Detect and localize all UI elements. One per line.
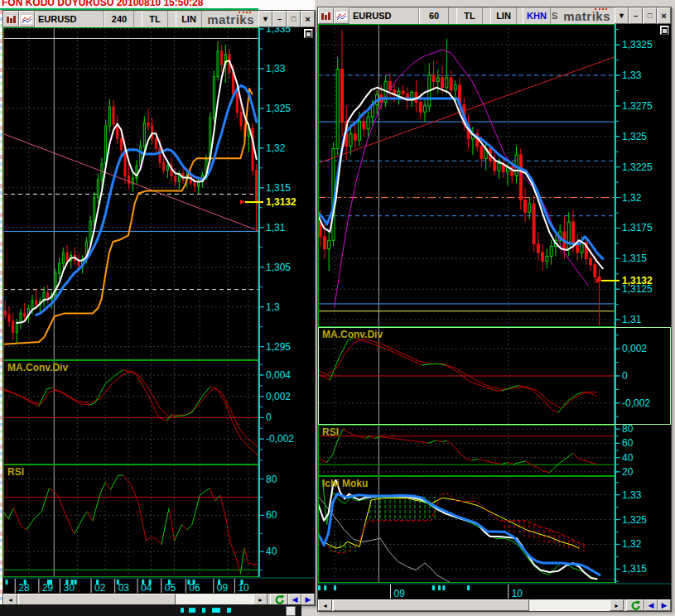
svg-text:04: 04 bbox=[141, 582, 152, 594]
refresh-button[interactable] bbox=[626, 599, 644, 611]
close-button[interactable]: × bbox=[657, 7, 671, 24]
panel-restore-button[interactable] bbox=[660, 26, 669, 35]
page-right-button[interactable]: ▶ bbox=[301, 594, 315, 605]
h-scrollbar[interactable]: ◄ ► ◀ ▶ bbox=[318, 599, 671, 611]
svg-text:Ichi Moku: Ichi Moku bbox=[322, 478, 368, 489]
svg-text:1,325: 1,325 bbox=[622, 131, 647, 142]
svg-text:1,3175: 1,3175 bbox=[622, 222, 653, 233]
svg-text:1,315: 1,315 bbox=[266, 182, 291, 194]
svg-text:1,3275: 1,3275 bbox=[622, 100, 653, 112]
svg-text:1,32: 1,32 bbox=[622, 538, 642, 550]
bar-chart-icon[interactable] bbox=[318, 7, 334, 24]
svg-text:1,31: 1,31 bbox=[622, 314, 642, 325]
macd-panel[interactable]: 0,0020-0,002MA.Conv.Div bbox=[318, 327, 671, 425]
svg-text:1,33: 1,33 bbox=[622, 489, 642, 501]
period-field[interactable]: 240 bbox=[104, 11, 134, 27]
news-ticker: FON KODU DUYURUSU 20100810 15:50:28 bbox=[0, 0, 315, 10]
svg-text:1,3: 1,3 bbox=[266, 301, 280, 313]
maximize-button[interactable]: □ bbox=[287, 11, 301, 27]
svg-text:10: 10 bbox=[512, 588, 523, 599]
svg-text:20: 20 bbox=[622, 466, 634, 476]
refresh-button[interactable] bbox=[270, 594, 288, 605]
price-type-button[interactable]: TL bbox=[142, 11, 168, 27]
svg-text:29: 29 bbox=[42, 582, 54, 594]
svg-text:06: 06 bbox=[189, 582, 200, 594]
svg-text:05: 05 bbox=[165, 582, 176, 594]
svg-text:1,31: 1,31 bbox=[266, 222, 286, 233]
close-button[interactable]: × bbox=[301, 11, 315, 27]
scrollbar-thumb[interactable] bbox=[18, 594, 176, 605]
logo-dots bbox=[239, 12, 251, 13]
bar-chart-icon[interactable] bbox=[3, 11, 19, 27]
symbol-field[interactable]: EURUSD bbox=[350, 7, 419, 24]
titlebar[interactable]: EURUSD 240 TL LIN matriks ▼ – □ × bbox=[3, 11, 315, 27]
svg-text:-0,002: -0,002 bbox=[266, 433, 294, 445]
svg-text:80: 80 bbox=[622, 425, 634, 435]
svg-text:09: 09 bbox=[394, 588, 406, 599]
svg-text:0: 0 bbox=[266, 411, 272, 423]
scale-button[interactable]: LIN bbox=[490, 7, 517, 24]
rsi-panel[interactable]: 80604020RSI bbox=[318, 425, 671, 476]
scroll-left-button[interactable]: ◄ bbox=[318, 599, 332, 611]
svg-text:1,295: 1,295 bbox=[266, 341, 291, 353]
svg-text:1,3225: 1,3225 bbox=[622, 161, 653, 173]
matriks-logo: matriks bbox=[202, 11, 258, 27]
ichimoku-panel[interactable]: 1,331,3251,321,315Ichi Moku bbox=[318, 476, 671, 583]
scrollbar-track[interactable] bbox=[17, 594, 253, 605]
line-chart-icon[interactable] bbox=[334, 7, 350, 24]
timeline[interactable]: 28293002030405060910 bbox=[3, 577, 315, 594]
chart-window-eurusd-240: EURUSD 240 TL LIN matriks ▼ – □ × 1,3351… bbox=[2, 10, 316, 606]
svg-text:1,325: 1,325 bbox=[266, 103, 291, 114]
scale-button[interactable]: LIN bbox=[176, 11, 202, 27]
svg-text:1,335: 1,335 bbox=[266, 27, 291, 35]
svg-text:MA.Conv.Div: MA.Conv.Div bbox=[322, 329, 383, 340]
scrollbar-track[interactable] bbox=[332, 599, 610, 611]
price-chart-panel[interactable]: 1,3351,331,3251,321,3151,311,3051,31,295… bbox=[3, 27, 315, 360]
macd-panel[interactable]: 0,0040,0020-0,002MA.Conv.Div bbox=[3, 360, 315, 464]
chart-menu-button[interactable]: ▼ bbox=[615, 7, 629, 24]
symbol-field[interactable]: EURUSD bbox=[35, 11, 104, 27]
panel-restore-button[interactable] bbox=[304, 29, 313, 38]
svg-text:1,32: 1,32 bbox=[622, 192, 642, 204]
svg-text:RSI: RSI bbox=[322, 426, 339, 438]
scroll-right-button[interactable]: ► bbox=[253, 594, 268, 605]
matriks-logo: matriks bbox=[558, 7, 615, 24]
minimize-button[interactable]: – bbox=[272, 11, 287, 27]
chart-stack: 1,33251,331,32751,3251,32251,321,31751,3… bbox=[318, 24, 671, 583]
period-field[interactable]: 60 bbox=[419, 7, 449, 24]
svg-text:1,315: 1,315 bbox=[622, 563, 647, 575]
maximize-button[interactable]: □ bbox=[643, 7, 657, 24]
page-left-button[interactable]: ◀ bbox=[288, 594, 301, 605]
price-type-button[interactable]: TL bbox=[456, 7, 483, 24]
scroll-right-button[interactable]: ► bbox=[610, 599, 624, 611]
titlebar[interactable]: EURUSD 60 TL LIN KHN S matriks ▼ – □ × bbox=[318, 7, 671, 24]
svg-text:-0,002: -0,002 bbox=[622, 397, 650, 409]
refresh-icon bbox=[274, 594, 285, 605]
svg-text:1,33: 1,33 bbox=[622, 70, 642, 81]
price-chart-panel[interactable]: 1,33251,331,32751,3251,32251,321,31751,3… bbox=[318, 24, 671, 327]
svg-text:40: 40 bbox=[622, 452, 634, 464]
ticker-text: FON KODU DUYURUSU 20100810 15:50:28 bbox=[2, 0, 203, 8]
partial-label: S bbox=[551, 7, 558, 24]
svg-text:0,004: 0,004 bbox=[266, 369, 291, 381]
rsi-panel[interactable]: 806040RSI bbox=[3, 464, 315, 577]
page-right-button[interactable]: ▶ bbox=[658, 599, 671, 611]
scroll-left-button[interactable]: ◄ bbox=[3, 594, 17, 605]
page-left-button[interactable]: ◀ bbox=[644, 599, 658, 611]
svg-text:60: 60 bbox=[266, 509, 277, 521]
chart-menu-button[interactable]: ▼ bbox=[258, 11, 272, 27]
svg-text:1,3325: 1,3325 bbox=[622, 39, 653, 51]
scrollbar-thumb[interactable] bbox=[333, 599, 529, 611]
svg-text:1,325: 1,325 bbox=[622, 514, 647, 526]
background-window-strip bbox=[0, 604, 301, 616]
minimize-button[interactable]: – bbox=[629, 7, 643, 24]
khn-button[interactable]: KHN bbox=[523, 7, 551, 24]
svg-text:60: 60 bbox=[622, 437, 634, 449]
background-button bbox=[286, 606, 296, 616]
svg-text:40: 40 bbox=[266, 546, 277, 557]
svg-text:0,002: 0,002 bbox=[266, 391, 291, 402]
timeline[interactable]: 0910 bbox=[318, 583, 671, 599]
line-chart-icon[interactable] bbox=[19, 11, 35, 27]
logo-dots bbox=[595, 8, 607, 10]
h-scrollbar[interactable]: ◄ ► ◀ ▶ bbox=[3, 594, 315, 605]
